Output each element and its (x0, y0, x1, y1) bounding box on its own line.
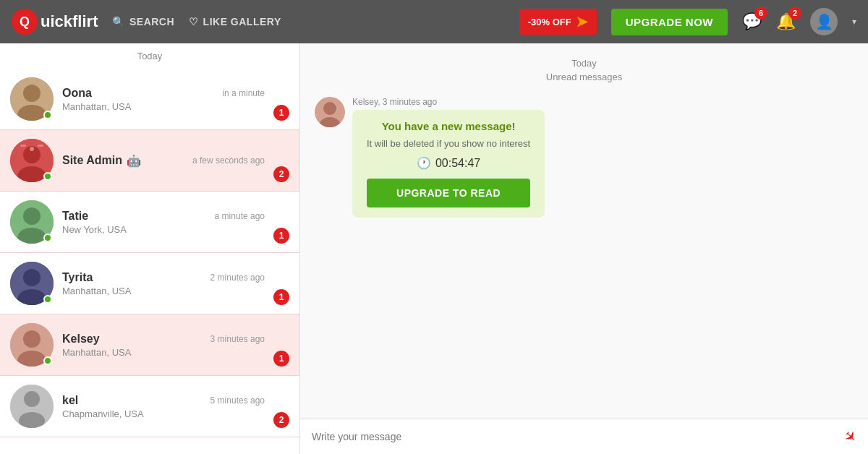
bot-icon: 🤖 (127, 154, 141, 168)
avatar-wrap (10, 200, 54, 244)
list-item[interactable]: kel 5 minutes ago Chapmanville, USA 2 (0, 376, 299, 437)
contact-location: Chapmanville, USA (62, 408, 265, 419)
message-title: You have a new message! (367, 120, 530, 132)
message-input[interactable] (312, 431, 837, 442)
messages-badge: 6 (754, 7, 767, 20)
contact-name: Kelsey (62, 333, 100, 346)
contact-location: New York, USA (62, 224, 265, 235)
messages-button[interactable]: 💬 6 (742, 12, 762, 31)
discount-label: -30% OFF (528, 17, 571, 27)
avatar-wrap (10, 139, 54, 182)
svg-point-16 (23, 330, 41, 348)
chat-name-row: Oona in a minute (62, 87, 265, 100)
notifications-button[interactable]: 🔔 2 (776, 12, 796, 31)
svg-point-1 (23, 85, 41, 102)
message-bubble: You have a new message! It will be delet… (352, 110, 545, 218)
svg-point-10 (23, 207, 41, 225)
user-avatar[interactable]: 👤 (810, 8, 838, 35)
user-avatar-icon: 👤 (815, 13, 833, 30)
online-indicator (43, 111, 52, 119)
svg-point-22 (323, 102, 336, 115)
chat-name-row: kel 5 minutes ago (62, 394, 265, 407)
contact-name: Tatie (62, 210, 88, 223)
nav-search[interactable]: 🔍 SEARCH (112, 16, 174, 27)
date-divider: Today (315, 58, 854, 69)
message-subtitle: It will be deleted if you show no intere… (367, 138, 530, 149)
message-time: 5 minutes ago (210, 395, 265, 406)
chat-name-row: Kelsey 3 minutes ago (62, 333, 265, 346)
main-content: Today Oona in a minute Manhattan, (0, 43, 868, 454)
chat-name-row: Site Admin 🤖 a few seconds ago (62, 154, 265, 168)
unread-badge: 1 (273, 289, 289, 305)
avatar-wrap (10, 323, 54, 367)
upgrade-to-read-button[interactable]: UPGRADE TO READ (367, 179, 530, 207)
message-time: in a minute (222, 88, 265, 98)
unread-badge: 2 (273, 166, 289, 182)
logo[interactable]: Q uickflirt (12, 9, 98, 35)
unread-badge: 1 (273, 105, 289, 121)
user-menu-chevron[interactable]: ▾ (852, 17, 856, 27)
nav-search-label: SEARCH (129, 16, 174, 27)
message-row: Kelsey, 3 minutes ago You have a new mes… (315, 97, 854, 218)
sidebar-date: Today (0, 43, 299, 69)
chat-info: kel 5 minutes ago Chapmanville, USA (62, 394, 265, 419)
nav-like-gallery-label: LIKE GALLERY (203, 16, 281, 27)
nav-like-gallery[interactable]: ♡ LIKE GALLERY (189, 16, 281, 27)
contact-location: Manhattan, USA (62, 101, 265, 112)
contact-name: Oona (62, 87, 92, 100)
chat-name-row: Tatie a minute ago (62, 210, 265, 223)
search-icon: 🔍 (112, 16, 125, 27)
avatar-wrap (10, 262, 54, 305)
upgrade-now-button[interactable]: UPGRADE NOW (611, 9, 728, 35)
message-sender-label: Kelsey, 3 minutes ago (352, 97, 545, 107)
unread-messages-divider: Unread messages (315, 72, 854, 82)
list-item[interactable]: Tatie a minute ago New York, USA 1 (0, 192, 299, 253)
heart-icon: ♡ (189, 16, 199, 27)
message-time: a minute ago (215, 211, 265, 221)
message-time: a few seconds ago (192, 155, 265, 166)
timer-value: 00:54:47 (435, 157, 480, 170)
online-indicator (43, 234, 52, 242)
notifications-badge: 2 (788, 7, 801, 20)
svg-point-19 (24, 391, 40, 407)
logo-icon: Q (12, 9, 38, 35)
discount-badge: -30% OFF ➤ (519, 9, 597, 35)
conversations-sidebar: Today Oona in a minute Manhattan, (0, 43, 300, 454)
chat-messages: Today Unread messages Kelsey, 3 minutes … (300, 43, 868, 419)
main-header: Q uickflirt 🔍 SEARCH ♡ LIKE GALLERY -30%… (0, 0, 868, 43)
chat-info: Tyrita 2 minutes ago Manhattan, USA (62, 271, 265, 296)
message-timer: 🕐 00:54:47 (367, 156, 530, 170)
message-time: 2 minutes ago (210, 273, 265, 283)
unread-badge: 1 (273, 351, 289, 367)
contact-location: Manhattan, USA (62, 286, 265, 296)
svg-rect-6 (20, 145, 26, 147)
clock-icon: 🕐 (417, 156, 431, 170)
chat-info: Kelsey 3 minutes ago Manhattan, USA (62, 333, 265, 358)
contact-name: Site Admin 🤖 (62, 154, 141, 168)
list-item[interactable]: Oona in a minute Manhattan, USA 1 (0, 69, 299, 130)
online-indicator (43, 356, 52, 365)
contact-location: Manhattan, USA (62, 347, 265, 358)
list-item[interactable]: Site Admin 🤖 a few seconds ago 2 (0, 130, 299, 192)
send-button[interactable]: ✈ (840, 427, 861, 447)
chat-name-row: Tyrita 2 minutes ago (62, 271, 265, 284)
unread-badge: 1 (273, 228, 289, 244)
chat-info: Site Admin 🤖 a few seconds ago (62, 154, 265, 168)
logo-text: uickflirt (41, 12, 98, 31)
message-time: 3 minutes ago (210, 334, 265, 344)
avatar-wrap (10, 385, 54, 428)
message-content: Kelsey, 3 minutes ago You have a new mes… (352, 97, 545, 218)
message-input-area: ✈ (300, 419, 868, 454)
contact-name: kel (62, 394, 78, 407)
svg-rect-7 (38, 145, 43, 147)
avatar (10, 385, 54, 428)
chat-info: Tatie a minute ago New York, USA (62, 210, 265, 235)
avatar-wrap (10, 77, 54, 121)
list-item[interactable]: Tyrita 2 minutes ago Manhattan, USA 1 (0, 253, 299, 314)
list-item[interactable]: Kelsey 3 minutes ago Manhattan, USA 1 (0, 314, 299, 376)
message-sender-avatar (315, 97, 345, 127)
online-indicator (43, 172, 52, 181)
svg-point-13 (23, 269, 41, 286)
unread-badge: 2 (273, 412, 289, 428)
chat-info: Oona in a minute Manhattan, USA (62, 87, 265, 112)
